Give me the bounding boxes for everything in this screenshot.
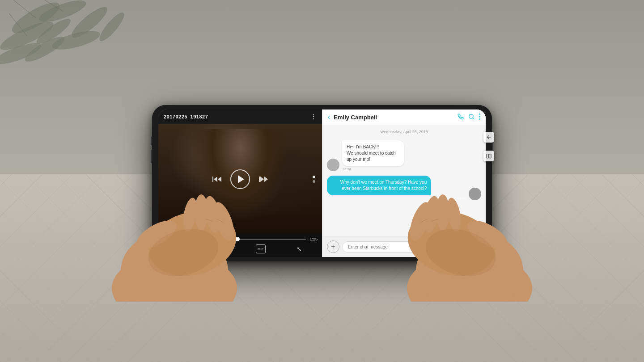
fast-forward-button[interactable] <box>259 177 268 182</box>
right-hand <box>394 145 546 302</box>
svg-point-15 <box>479 118 480 120</box>
video-menu-button[interactable]: ⋮ <box>310 113 317 120</box>
volume-up-button <box>151 136 152 145</box>
video-title: 20170225_191827 <box>164 114 208 119</box>
chat-date-label: Wednesday, April 25, 2018 <box>327 130 481 134</box>
search-button[interactable] <box>468 114 475 121</box>
chat-back-button[interactable]: ‹ <box>328 113 330 121</box>
contact-avatar <box>327 159 339 171</box>
svg-line-9 <box>13 0 36 18</box>
contact-name: Emily Campbell <box>334 114 454 121</box>
call-button[interactable] <box>458 114 464 121</box>
page-root: 20170225_191827 ⋮ <box>0 0 644 362</box>
side-action-back[interactable] <box>483 132 494 143</box>
svg-point-13 <box>479 114 480 115</box>
video-header: 20170225_191827 ⋮ <box>158 109 322 124</box>
plus-icon: + <box>331 243 335 251</box>
chapter-dot-2 <box>313 180 315 183</box>
chat-header: ‹ Emily Campbell <box>322 109 486 125</box>
chapter-dot-1 <box>313 176 315 178</box>
fullscreen-icon[interactable]: ⤡ <box>297 245 302 253</box>
chat-menu-button[interactable] <box>479 114 480 121</box>
total-time: 1:25 <box>309 237 318 241</box>
chat-header-action-icons <box>458 114 480 121</box>
gif-icon[interactable]: GIF <box>256 244 266 253</box>
phone-unit: 20170225_191827 ⋮ <box>98 78 546 302</box>
chat-add-button[interactable]: + <box>327 240 339 253</box>
left-hand <box>98 145 250 302</box>
svg-point-14 <box>479 116 480 117</box>
chapter-dots <box>313 176 315 183</box>
